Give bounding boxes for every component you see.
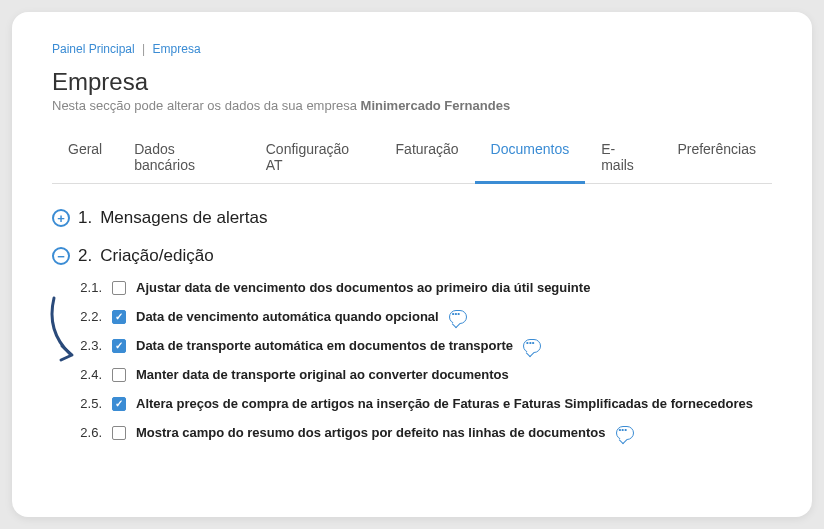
tab-faturacao[interactable]: Faturação [380, 133, 475, 184]
option-label: Ajustar data de vencimento dos documento… [136, 280, 590, 295]
section-num-1: 1. [78, 208, 92, 228]
page-title: Empresa [52, 68, 772, 96]
section-num-2: 2. [78, 246, 92, 266]
section-mensagens-alertas: + 1. Mensagens de alertas [52, 208, 772, 228]
info-icon[interactable] [523, 339, 541, 353]
option-label: Data de vencimento automática quando opc… [136, 309, 439, 324]
option-row: 2.1. Ajustar data de vencimento dos docu… [78, 280, 772, 295]
checkbox-manter-data-transporte[interactable] [112, 368, 126, 382]
tab-emails[interactable]: E-mails [585, 133, 661, 184]
info-icon[interactable] [616, 426, 634, 440]
page-subtitle: Nesta secção pode alterar os dados da su… [52, 98, 772, 113]
option-num: 2.6. [78, 425, 102, 440]
option-label: Altera preços de compra de artigos na in… [136, 396, 753, 411]
breadcrumb: Painel Principal | Empresa [52, 42, 772, 56]
section-criacao-edicao: − 2. Criação/edição 2.1. Ajustar data de… [52, 246, 772, 440]
section-title-2: Criação/edição [100, 246, 213, 266]
option-row: 2.6. Mostra campo do resumo dos artigos … [78, 425, 772, 440]
option-row: 2.5. Altera preços de compra de artigos … [78, 396, 772, 411]
tab-configuracao-at[interactable]: Configuração AT [250, 133, 380, 184]
section-header-2[interactable]: − 2. Criação/edição [52, 246, 772, 266]
checkbox-ajustar-data-vencimento[interactable] [112, 281, 126, 295]
info-icon[interactable] [449, 310, 467, 324]
checkbox-mostra-campo-resumo[interactable] [112, 426, 126, 440]
tab-geral[interactable]: Geral [52, 133, 118, 184]
section-title-1: Mensagens de alertas [100, 208, 267, 228]
option-label: Data de transporte automática em documen… [136, 338, 513, 353]
option-num: 2.1. [78, 280, 102, 295]
option-num: 2.5. [78, 396, 102, 411]
breadcrumb-separator: | [142, 42, 145, 56]
tab-dados-bancarios[interactable]: Dados bancários [118, 133, 250, 184]
option-row: 2.3. Data de transporte automática em do… [78, 338, 772, 353]
tab-preferencias[interactable]: Preferências [661, 133, 772, 184]
section-header-1[interactable]: + 1. Mensagens de alertas [52, 208, 772, 228]
checkbox-altera-precos-compra[interactable] [112, 397, 126, 411]
expand-icon: + [52, 209, 70, 227]
option-num: 2.4. [78, 367, 102, 382]
tab-documentos[interactable]: Documentos [475, 133, 586, 184]
option-row: 2.2. Data de vencimento automática quand… [78, 309, 772, 324]
company-name: Minimercado Fernandes [361, 98, 511, 113]
option-label: Mostra campo do resumo dos artigos por d… [136, 425, 606, 440]
option-label: Manter data de transporte original ao co… [136, 367, 509, 382]
tabs: Geral Dados bancários Configuração AT Fa… [52, 133, 772, 184]
option-num: 2.3. [78, 338, 102, 353]
settings-card: Painel Principal | Empresa Empresa Nesta… [12, 12, 812, 517]
collapse-icon: − [52, 247, 70, 265]
breadcrumb-current[interactable]: Empresa [153, 42, 201, 56]
checkbox-data-transporte-automatica[interactable] [112, 339, 126, 353]
option-row: 2.4. Manter data de transporte original … [78, 367, 772, 382]
checkbox-data-vencimento-automatica[interactable] [112, 310, 126, 324]
option-num: 2.2. [78, 309, 102, 324]
options-list: 2.1. Ajustar data de vencimento dos docu… [52, 280, 772, 440]
breadcrumb-root[interactable]: Painel Principal [52, 42, 135, 56]
page-subtitle-text: Nesta secção pode alterar os dados da su… [52, 98, 361, 113]
